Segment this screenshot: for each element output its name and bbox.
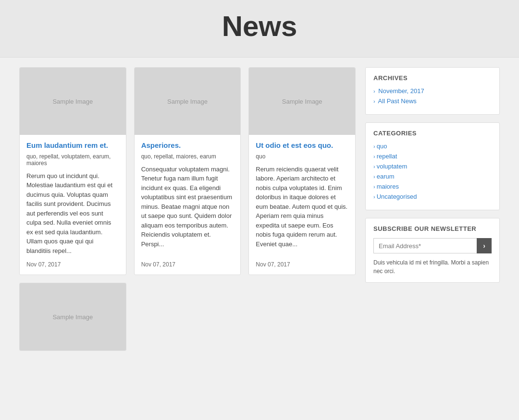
articles-grid: Sample Image Eum laudantium rem et. quo,… bbox=[19, 67, 356, 351]
category-link[interactable]: earum bbox=[377, 173, 395, 180]
newsletter-title: SUBSCRIBE OUR NEWSLETTER bbox=[373, 225, 492, 232]
article-image: Sample Image bbox=[135, 68, 241, 135]
category-link[interactable]: Uncategorised bbox=[377, 193, 417, 200]
article-image: Sample Image bbox=[20, 68, 126, 135]
newsletter-box: SUBSCRIBE OUR NEWSLETTER › Duis vehicula… bbox=[365, 218, 500, 283]
email-row: › bbox=[373, 238, 492, 253]
chevron-icon: › bbox=[373, 98, 375, 104]
article-title[interactable]: Asperiores. bbox=[141, 141, 234, 150]
article-date: Nov 07, 2017 bbox=[141, 261, 234, 268]
list-item: › All Past News bbox=[373, 97, 492, 105]
category-link[interactable]: quo bbox=[377, 143, 387, 150]
chevron-icon: › bbox=[373, 88, 375, 94]
categories-title: CATEGORIES bbox=[373, 130, 492, 137]
archives-box: ARCHIVES › November, 2017 › All Past New… bbox=[365, 67, 500, 115]
list-item: ›voluptatem bbox=[373, 163, 492, 170]
archives-list: › November, 2017 › All Past News bbox=[373, 87, 492, 105]
email-submit-button[interactable]: › bbox=[477, 238, 492, 253]
chevron-icon: › bbox=[373, 154, 375, 159]
category-link[interactable]: repellat bbox=[377, 153, 397, 160]
archives-link[interactable]: All Past News bbox=[378, 97, 417, 105]
article-card: Sample Image Eum laudantium rem et. quo,… bbox=[19, 67, 126, 275]
chevron-icon: › bbox=[373, 184, 375, 190]
categories-box: CATEGORIES ›quo ›repellat ›voluptatem ›e… bbox=[365, 122, 500, 210]
chevron-icon: › bbox=[373, 174, 375, 180]
article-date: Nov 07, 2017 bbox=[256, 261, 348, 268]
category-link[interactable]: voluptatem bbox=[377, 163, 408, 170]
article-card: Sample Image Ut odio et est eos quo. quo… bbox=[248, 67, 356, 275]
article-tags: quo, repellat, maiores, earum bbox=[141, 153, 234, 160]
page-title: News bbox=[0, 10, 519, 43]
article-title[interactable]: Ut odio et est eos quo. bbox=[256, 141, 348, 150]
archives-title: ARCHIVES bbox=[373, 74, 492, 82]
sample-image-label: Sample Image bbox=[52, 98, 93, 105]
list-item: › November, 2017 bbox=[373, 87, 492, 95]
chevron-icon: › bbox=[373, 144, 375, 149]
chevron-icon: › bbox=[373, 194, 375, 200]
article-date: Nov 07, 2017 bbox=[26, 261, 119, 268]
list-item: ›Uncategorised bbox=[373, 193, 492, 200]
page-header: News bbox=[0, 0, 519, 58]
categories-list: ›quo ›repellat ›voluptatem ›earum ›maior… bbox=[373, 143, 492, 200]
chevron-icon: › bbox=[373, 164, 375, 169]
sample-image-label: Sample Image bbox=[52, 313, 93, 321]
list-item: ›repellat bbox=[373, 153, 492, 160]
article-excerpt: Consequatur voluptatem magni. Tenetur fu… bbox=[141, 165, 234, 256]
article-card: Sample Image Asperiores. quo, repellat, … bbox=[134, 67, 241, 275]
email-input[interactable] bbox=[373, 238, 477, 253]
sample-image-label: Sample Image bbox=[282, 98, 322, 105]
article-image: Sample Image bbox=[249, 68, 355, 135]
article-title[interactable]: Eum laudantium rem et. bbox=[26, 141, 119, 150]
article-tags: quo, repellat, voluptatem, earum, maiore… bbox=[26, 153, 119, 167]
sidebar: ARCHIVES › November, 2017 › All Past New… bbox=[365, 67, 500, 351]
newsletter-description: Duis vehicula id mi et fringilla. Morbi … bbox=[373, 258, 492, 276]
main-content: Sample Image Eum laudantium rem et. quo,… bbox=[10, 67, 509, 351]
archives-link[interactable]: November, 2017 bbox=[378, 87, 424, 95]
list-item: ›quo bbox=[373, 143, 492, 150]
article-excerpt: Rerum reiciendis quaerat velit labore. A… bbox=[256, 165, 348, 256]
list-item: ›earum bbox=[373, 173, 492, 180]
list-item: ›maiores bbox=[373, 183, 492, 190]
article-card: Sample Image bbox=[19, 283, 126, 351]
category-link[interactable]: maiores bbox=[377, 183, 399, 190]
article-image: Sample Image bbox=[20, 283, 126, 350]
sample-image-label: Sample Image bbox=[167, 98, 208, 105]
article-tags: quo bbox=[256, 153, 348, 160]
article-excerpt: Rerum quo ut incidunt qui. Molestiae lau… bbox=[26, 171, 119, 256]
